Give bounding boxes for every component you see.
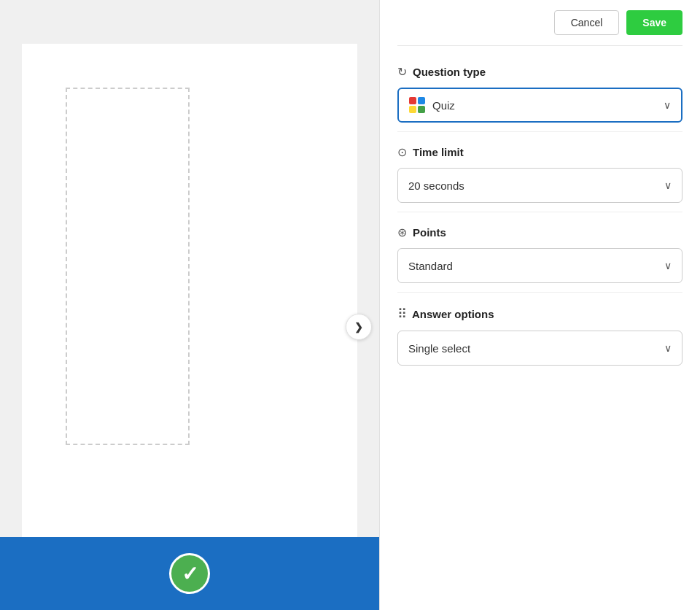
top-bar bbox=[0, 0, 379, 44]
answer-options-icon: ⠿ bbox=[397, 306, 406, 322]
time-limit-dropdown-left: 20 seconds bbox=[408, 179, 464, 192]
quiz-icon-red bbox=[409, 97, 416, 104]
question-type-chevron-icon: ∨ bbox=[664, 99, 671, 111]
question-type-value: Quiz bbox=[432, 99, 455, 112]
quiz-icon-green bbox=[418, 106, 425, 113]
points-chevron-icon: ∨ bbox=[664, 260, 672, 271]
question-type-dropdown-left: Quiz bbox=[409, 97, 455, 113]
answer-options-title: Answer options bbox=[412, 308, 494, 320]
arrow-right-icon: ❯ bbox=[354, 321, 363, 333]
time-limit-section: ⊙ Time limit 20 seconds ∨ bbox=[397, 132, 682, 212]
quiz-icon-blue bbox=[418, 97, 425, 104]
right-panel: Cancel Save ↻ Question type Quiz ∨ ⊙ bbox=[379, 0, 700, 610]
question-type-dropdown[interactable]: Quiz ∨ bbox=[397, 88, 682, 123]
time-limit-chevron-icon: ∨ bbox=[664, 179, 672, 191]
clock-icon: ⊙ bbox=[397, 145, 407, 159]
time-limit-value: 20 seconds bbox=[408, 179, 464, 192]
answer-options-header: ⠿ Answer options bbox=[397, 306, 682, 322]
quiz-icon-yellow bbox=[409, 106, 416, 113]
content-placeholder bbox=[66, 88, 190, 445]
question-type-icon: ↻ bbox=[397, 65, 407, 79]
points-dropdown[interactable]: Standard ∨ bbox=[397, 248, 682, 283]
time-limit-dropdown[interactable]: 20 seconds ∨ bbox=[397, 168, 682, 203]
time-limit-title: Time limit bbox=[413, 146, 464, 158]
cancel-button[interactable]: Cancel bbox=[554, 10, 620, 35]
answer-options-dropdown[interactable]: Single select ∨ bbox=[397, 331, 682, 366]
expand-arrow-button[interactable]: ❯ bbox=[346, 314, 372, 340]
dots-icon: ⠿ bbox=[397, 306, 406, 321]
answer-options-chevron-icon: ∨ bbox=[664, 342, 672, 354]
answer-options-section: ⠿ Answer options Single select ∨ bbox=[397, 293, 682, 374]
answer-options-dropdown-left: Single select bbox=[408, 342, 470, 355]
points-header: ⊛ Points bbox=[397, 225, 682, 239]
time-limit-header: ⊙ Time limit bbox=[397, 145, 682, 159]
points-title: Points bbox=[413, 226, 446, 239]
question-type-section: ↻ Question type Quiz ∨ bbox=[397, 52, 682, 132]
question-type-title: Question type bbox=[413, 66, 486, 78]
left-panel: ❯ bbox=[0, 0, 379, 610]
trophy-icon: ⊛ bbox=[397, 225, 407, 239]
question-type-header: ↻ Question type bbox=[397, 65, 682, 79]
canvas-area: ❯ bbox=[22, 44, 357, 610]
answer-options-value: Single select bbox=[408, 342, 470, 355]
save-button[interactable]: Save bbox=[626, 10, 682, 35]
points-section: ⊛ Points Standard ∨ bbox=[397, 212, 682, 293]
points-dropdown-left: Standard bbox=[408, 260, 453, 272]
check-circle bbox=[169, 553, 210, 594]
bottom-bar bbox=[0, 537, 379, 610]
quiz-icon bbox=[409, 97, 425, 113]
top-buttons-bar: Cancel Save bbox=[397, 0, 682, 46]
points-value: Standard bbox=[408, 260, 453, 272]
